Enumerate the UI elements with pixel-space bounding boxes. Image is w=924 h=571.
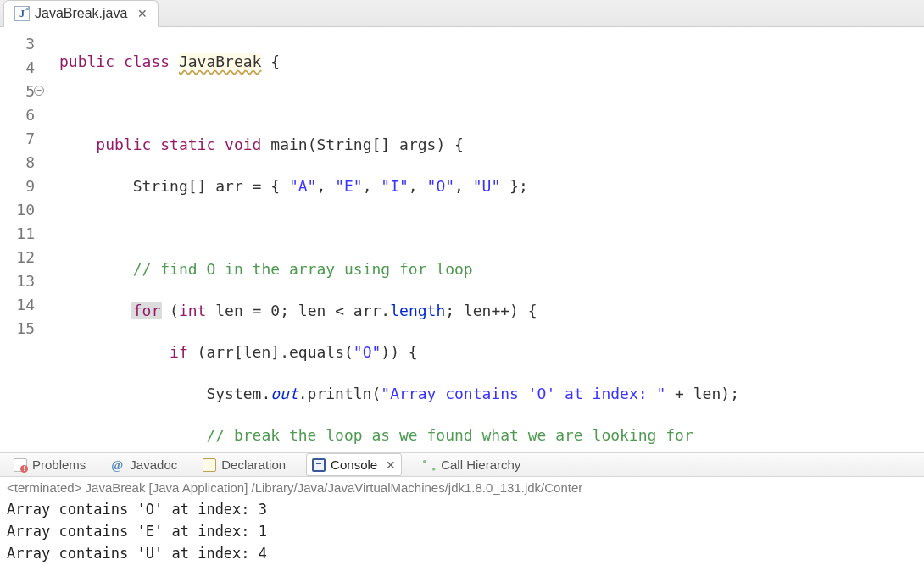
editor-tab-bar: J JavaBreak.java ✕ [0, 0, 924, 27]
declaration-icon [203, 458, 216, 472]
line-number: 14 [0, 293, 42, 317]
java-file-icon: J [14, 6, 30, 21]
line-number: 4 [0, 56, 42, 80]
editor-tab-title: JavaBreak.java [35, 6, 127, 21]
code-line: // break the loop as we found what we ar… [59, 424, 924, 447]
line-number: 13 [0, 269, 42, 293]
code-line: // find O in the array using for loop [59, 258, 924, 281]
console-status-line: <terminated> JavaBreak [Java Application… [7, 480, 917, 495]
editor-tab-active[interactable]: J JavaBreak.java ✕ [3, 0, 159, 27]
code-line: public static void main(String[] args) { [59, 133, 924, 157]
line-number: 11 [0, 222, 42, 246]
line-number: 8 [0, 151, 42, 175]
line-number: 10 [0, 198, 42, 222]
line-number: 9 [0, 175, 42, 198]
code-line: for (int len = 0; len < arr.length; len+… [59, 299, 924, 323]
console-panel: <terminated> JavaBreak [Java Application… [0, 477, 924, 571]
console-icon [312, 458, 326, 472]
line-number: 3 [0, 32, 42, 56]
close-icon[interactable]: ✕ [386, 458, 396, 472]
code-line [59, 216, 924, 240]
console-line: Array contains 'O' at index: 3 [7, 498, 917, 520]
code-area[interactable]: public class JavaBreak { public static v… [47, 27, 924, 452]
line-number: 5− [0, 80, 42, 103]
javadoc-icon: @ [111, 458, 125, 472]
close-icon[interactable]: ✕ [137, 7, 148, 20]
tab-problems[interactable]: Problems [8, 454, 91, 475]
line-number-gutter: 3 4 5− 6 7 8 9 10 11 12 13 14 15 [0, 27, 47, 452]
problems-icon [14, 458, 27, 472]
code-editor[interactable]: 3 4 5− 6 7 8 9 10 11 12 13 14 15 public … [0, 27, 924, 453]
tab-declaration[interactable]: Declaration [198, 454, 291, 475]
fold-toggle-icon[interactable]: − [34, 86, 44, 96]
console-line: Array contains 'E' at index: 1 [7, 520, 917, 542]
code-line [59, 91, 924, 115]
code-line: System.out.println("Array contains 'O' a… [59, 382, 924, 406]
tab-console[interactable]: Console✕ [306, 453, 402, 476]
console-output[interactable]: Array contains 'O' at index: 3Array cont… [7, 498, 917, 564]
code-line: public class JavaBreak { [59, 50, 924, 74]
bottom-panel-tabs: Problems @Javadoc Declaration Console✕ C… [0, 453, 924, 477]
console-line: Array contains 'U' at index: 4 [7, 542, 917, 564]
line-number: 15 [0, 317, 42, 341]
line-number: 7 [0, 127, 42, 151]
line-number: 12 [0, 246, 42, 269]
tab-call-hierarchy[interactable]: Call Hierarchy [417, 454, 526, 475]
code-line: String[] arr = { "A", "E", "I", "O", "U"… [59, 175, 924, 198]
line-number: 6 [0, 103, 42, 127]
tab-javadoc[interactable]: @Javadoc [106, 454, 182, 475]
code-line: if (arr[len].equals("O")) { [59, 341, 924, 364]
call-hierarchy-icon [422, 458, 436, 472]
